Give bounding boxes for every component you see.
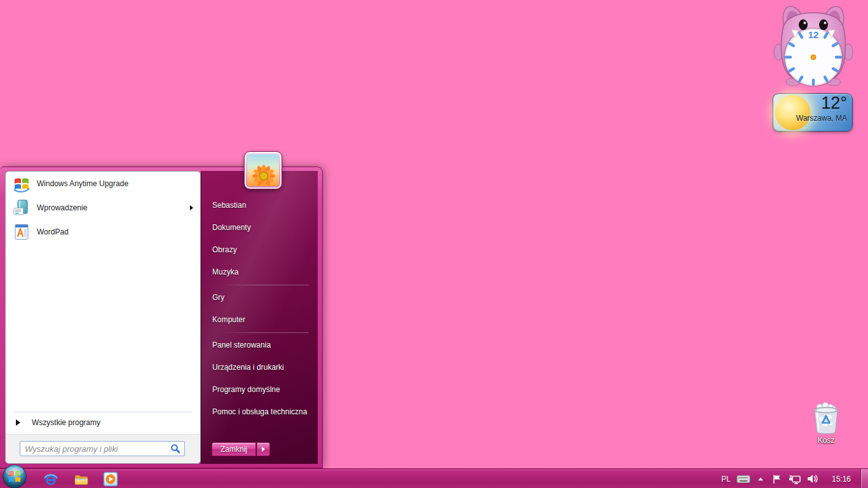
shutdown-options-button[interactable] bbox=[257, 442, 270, 456]
system-tray: PL bbox=[721, 469, 868, 488]
search-band bbox=[6, 434, 200, 463]
menu-item-devices-printers[interactable]: Urządzenia i drukarki bbox=[201, 356, 318, 379]
taskbar-icons bbox=[43, 469, 118, 488]
right-panel-list: Sebastian Dokumenty Obrazy Muzyka Gry Ko… bbox=[201, 171, 318, 423]
show-desktop-button[interactable] bbox=[860, 469, 868, 488]
menu-item-label: Windows Anytime Upgrade bbox=[37, 179, 128, 188]
menu-item-windows-anytime-upgrade[interactable]: Windows Anytime Upgrade bbox=[6, 172, 200, 196]
divider bbox=[220, 332, 309, 333]
menu-item-computer[interactable]: Komputer bbox=[201, 309, 318, 331]
chevron-up-icon bbox=[757, 477, 764, 482]
divider bbox=[220, 285, 309, 285]
menu-item-default-programs[interactable]: Programy domyślne bbox=[201, 379, 318, 401]
internet-explorer-icon bbox=[43, 471, 58, 487]
wordpad-icon bbox=[12, 222, 31, 241]
internet-explorer-button[interactable] bbox=[43, 471, 58, 487]
start-menu-left-panel: Windows Anytime Upgrade Wprowadzenie bbox=[5, 171, 201, 464]
shutdown-row: Zamknij bbox=[212, 442, 270, 456]
search-icon[interactable] bbox=[170, 444, 180, 454]
weather-location: Warszawa, MA bbox=[796, 114, 847, 123]
menu-item-label: WordPad bbox=[37, 227, 69, 236]
show-hidden-icons-button[interactable] bbox=[757, 477, 764, 482]
all-programs-arrow-icon bbox=[16, 419, 20, 426]
menu-item-getting-started[interactable]: Wprowadzenie bbox=[6, 196, 200, 220]
file-explorer-button[interactable] bbox=[73, 471, 88, 487]
start-button[interactable] bbox=[2, 464, 27, 488]
cat-clock-icon: 12 bbox=[773, 1, 854, 86]
start-menu-right-panel: Sebastian Dokumenty Obrazy Muzyka Gry Ko… bbox=[201, 171, 318, 464]
search-box bbox=[20, 441, 185, 456]
menu-item-music[interactable]: Muzyka bbox=[201, 261, 318, 283]
folder-icon bbox=[73, 471, 88, 487]
shutdown-button[interactable]: Zamknij bbox=[212, 442, 256, 456]
keyboard-layout-icon[interactable] bbox=[736, 475, 750, 484]
recycle-bin-label: Kosz bbox=[807, 436, 845, 445]
start-orb-icon bbox=[2, 464, 27, 488]
volume-icon[interactable] bbox=[807, 474, 818, 484]
divider bbox=[13, 412, 193, 412]
language-indicator[interactable]: PL bbox=[721, 475, 731, 484]
all-programs-button[interactable]: Wszystkie programy bbox=[6, 413, 200, 432]
getting-started-icon bbox=[12, 198, 31, 217]
weather-gadget[interactable]: 12° Warszawa, MA bbox=[773, 93, 853, 132]
menu-item-documents[interactable]: Dokumenty bbox=[201, 217, 318, 239]
menu-item-pictures[interactable]: Obrazy bbox=[201, 239, 318, 261]
sun-icon bbox=[775, 95, 810, 130]
media-player-icon bbox=[103, 471, 118, 487]
taskbar: PL bbox=[0, 468, 868, 488]
menu-item-help-support[interactable]: Pomoc i obsługa techniczna bbox=[201, 401, 318, 423]
recycle-bin-icon bbox=[812, 402, 840, 435]
shutdown-arrow-icon bbox=[262, 447, 265, 452]
clock-numeral: 12 bbox=[808, 29, 819, 40]
start-menu: Windows Anytime Upgrade Wprowadzenie bbox=[0, 166, 323, 468]
all-programs-label: Wszystkie programy bbox=[32, 418, 100, 427]
menu-item-user[interactable]: Sebastian bbox=[201, 194, 318, 217]
menu-item-control-panel[interactable]: Panel sterowania bbox=[201, 334, 318, 356]
network-icon[interactable] bbox=[789, 474, 801, 484]
cat-clock-gadget[interactable]: 12 bbox=[773, 1, 854, 86]
menu-item-games[interactable]: Gry bbox=[201, 287, 318, 309]
search-input[interactable] bbox=[20, 444, 170, 454]
recycle-bin[interactable]: Kosz bbox=[807, 402, 845, 445]
media-player-button[interactable] bbox=[103, 471, 118, 487]
menu-item-wordpad[interactable]: WordPad bbox=[6, 220, 200, 244]
windows-flag-icon bbox=[12, 174, 31, 193]
user-picture[interactable] bbox=[244, 151, 282, 189]
menu-item-label: Wprowadzenie bbox=[37, 203, 87, 212]
flower-image bbox=[247, 154, 279, 186]
clock[interactable]: 15:16 bbox=[832, 475, 851, 484]
action-center-icon[interactable] bbox=[772, 474, 782, 484]
desktop: 12 12° Warszawa, MA bbox=[0, 0, 868, 488]
submenu-arrow-icon bbox=[190, 205, 193, 210]
weather-temperature: 12° bbox=[821, 93, 847, 113]
